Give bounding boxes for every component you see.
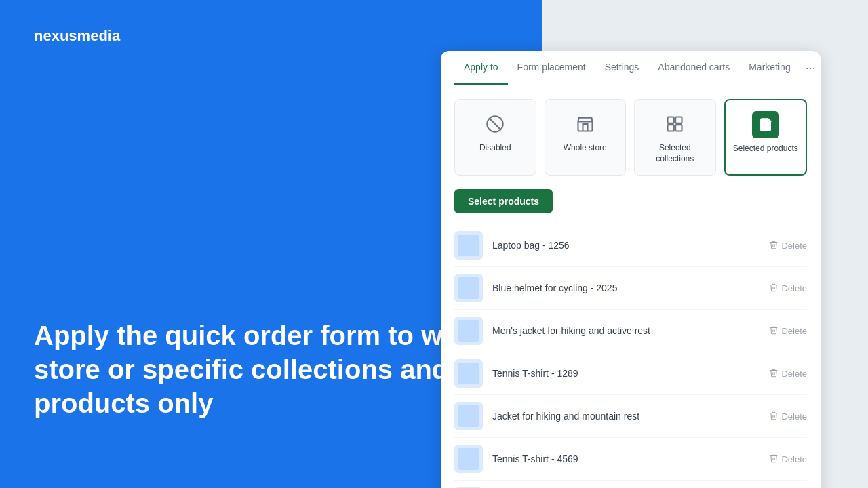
product-item: 👕 Tennis T-shirt - 4569 Delete — [454, 438, 807, 481]
trash-icon-3 — [769, 368, 778, 380]
svg-rect-12 — [458, 363, 479, 384]
delete-button-1[interactable]: Delete — [769, 283, 807, 294]
product-thumb-3: 👕 — [454, 359, 483, 388]
trash-icon-4 — [769, 411, 778, 422]
svg-rect-8 — [458, 277, 479, 299]
delete-button-5[interactable]: Delete — [769, 453, 807, 465]
product-thumb-1: 🪖 — [454, 274, 483, 302]
select-products-button[interactable]: Select products — [454, 189, 553, 214]
delete-label-5: Delete — [781, 454, 807, 464]
svg-rect-2 — [668, 117, 674, 123]
svg-rect-16 — [458, 448, 479, 470]
selected-products-label: Selected products — [733, 144, 798, 155]
right-panel: Apply to Form placement Settings Abandon… — [542, 0, 868, 488]
product-thumb-4: 🧥 — [454, 402, 483, 430]
option-selected-products[interactable]: Selected products — [724, 99, 808, 176]
delete-label-0: Delete — [781, 241, 807, 251]
trash-icon-2 — [769, 325, 778, 337]
delete-button-3[interactable]: Delete — [769, 368, 807, 380]
product-thumb-2: 🧥 — [454, 317, 483, 345]
logo: nexusmedia — [34, 27, 509, 45]
delete-label-4: Delete — [781, 411, 807, 422]
options-row: Disabled Whole store — [441, 85, 821, 186]
delete-button-0[interactable]: Delete — [769, 240, 807, 251]
option-selected-collections[interactable]: Selected collections — [634, 99, 716, 176]
selected-products-icon — [752, 111, 779, 138]
product-name-2: Men's jacket for hiking and active rest — [492, 325, 769, 336]
product-name-0: Laptop bag - 1256 — [492, 240, 769, 251]
svg-rect-4 — [668, 125, 674, 131]
svg-rect-6 — [458, 235, 479, 256]
tab-marketing[interactable]: Marketing — [739, 51, 800, 85]
product-name-3: Tennis T-shirt - 1289 — [492, 368, 769, 379]
product-item: 👕 Tennis T-shirt - 1289 Delete — [454, 352, 807, 395]
trash-icon-0 — [769, 240, 778, 251]
product-name-5: Tennis T-shirt - 4569 — [492, 453, 769, 464]
svg-rect-5 — [675, 125, 682, 131]
hero-text: Apply the quick order form to whole stor… — [34, 319, 509, 420]
whole-store-label: Whole store — [564, 143, 607, 154]
disabled-label: Disabled — [479, 143, 511, 154]
main-card: Apply to Form placement Settings Abandon… — [441, 51, 821, 488]
product-name-1: Blue helmet for cycling - 2025 — [492, 283, 769, 293]
tabs-more-button[interactable]: ··· — [800, 56, 821, 81]
tab-apply-to[interactable]: Apply to — [454, 51, 508, 85]
product-thumb-0: 🎒 — [454, 231, 483, 260]
tab-form-placement[interactable]: Form placement — [508, 51, 595, 85]
tab-settings[interactable]: Settings — [595, 51, 649, 85]
product-name-4: Jacket for hiking and mountain rest — [492, 411, 769, 422]
delete-button-4[interactable]: Delete — [769, 411, 807, 422]
delete-label-3: Delete — [781, 369, 807, 379]
disabled-icon — [481, 110, 509, 138]
selected-collections-icon — [661, 110, 688, 138]
svg-rect-14 — [458, 405, 479, 427]
product-item: 🧥 Jacket for hiking and mountain rest De… — [454, 395, 807, 438]
product-list: 🎒 Laptop bag - 1256 Delete — [441, 224, 821, 488]
product-item: 🪖 Blue helmet for cycling - 2025 Delete — [454, 267, 807, 310]
option-whole-store[interactable]: Whole store — [545, 99, 627, 176]
logo-media: media — [77, 27, 121, 44]
option-disabled[interactable]: Disabled — [454, 99, 536, 176]
delete-label-1: Delete — [781, 283, 807, 293]
trash-icon-5 — [769, 453, 778, 465]
delete-label-2: Delete — [781, 326, 807, 336]
selected-collections-label: Selected collections — [642, 143, 709, 164]
svg-rect-10 — [458, 320, 479, 342]
product-item: 🧥 Men's jacket for hiking and active res… — [454, 310, 807, 352]
svg-line-1 — [490, 119, 500, 129]
tabs-bar: Apply to Form placement Settings Abandon… — [441, 51, 821, 85]
whole-store-icon — [572, 110, 599, 138]
product-item: 🎒 Laptop bag - 1256 Delete — [454, 224, 807, 267]
tab-abandoned-carts[interactable]: Abandoned carts — [648, 51, 739, 85]
svg-rect-3 — [675, 117, 682, 123]
logo-nexus: nexus — [34, 27, 77, 44]
delete-button-2[interactable]: Delete — [769, 325, 807, 337]
product-item: 🏂 Snowboard - 2580 Delete — [454, 481, 807, 488]
product-thumb-5: 👕 — [454, 445, 483, 473]
trash-icon-1 — [769, 283, 778, 294]
